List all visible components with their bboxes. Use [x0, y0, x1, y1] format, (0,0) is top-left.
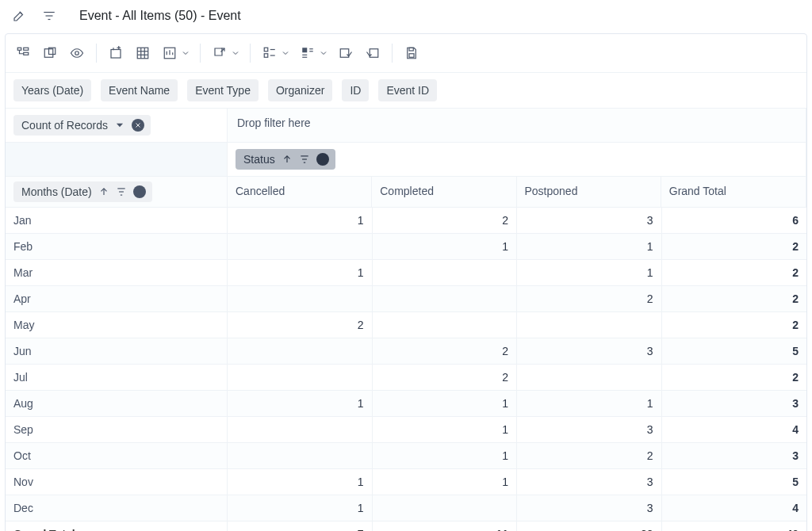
cell-value[interactable]: [373, 312, 518, 338]
cell-value[interactable]: 2: [662, 260, 807, 285]
filter-drop-area[interactable]: Drop filter here: [228, 109, 806, 143]
edit-icon[interactable]: [11, 8, 27, 24]
remove-icon[interactable]: [132, 119, 144, 132]
row-header[interactable]: Sep: [6, 417, 228, 442]
row-header[interactable]: Aug: [6, 391, 228, 416]
cell-value[interactable]: 2: [517, 443, 662, 468]
row-header[interactable]: Mar: [6, 260, 228, 285]
field-chip[interactable]: Years (Date): [13, 79, 91, 101]
column-header[interactable]: Grand Total: [661, 177, 806, 207]
chevron-down-icon[interactable]: [317, 47, 330, 59]
cell-value[interactable]: [228, 417, 373, 442]
field-chip[interactable]: Organizer: [268, 79, 332, 101]
cell-value[interactable]: [228, 443, 373, 468]
row-header[interactable]: Apr: [6, 286, 228, 311]
cell-value[interactable]: 3: [662, 443, 807, 468]
grid-icon[interactable]: [132, 42, 154, 64]
column-header[interactable]: Completed: [372, 177, 516, 207]
cell-value[interactable]: 1: [228, 208, 373, 233]
cell-value[interactable]: 2: [662, 312, 807, 338]
chevron-down-icon[interactable]: [279, 47, 292, 59]
row-header[interactable]: May: [6, 312, 228, 338]
column-header[interactable]: Cancelled: [228, 177, 372, 207]
cell-value[interactable]: 2: [517, 286, 662, 311]
cell-value[interactable]: 1: [228, 469, 373, 495]
cell-value[interactable]: 2: [662, 234, 807, 259]
cell-value[interactable]: 2: [373, 338, 518, 364]
cell-value[interactable]: [373, 286, 518, 311]
filter-icon[interactable]: [299, 154, 310, 165]
cell-value[interactable]: [373, 260, 518, 285]
cell-value[interactable]: 3: [517, 469, 662, 495]
remove-icon[interactable]: [316, 153, 329, 166]
cell-value[interactable]: 2: [373, 208, 518, 233]
cell-value[interactable]: 1: [517, 234, 662, 259]
row-header[interactable]: Oct: [6, 443, 228, 468]
grandtotal-menu[interactable]: [297, 42, 330, 64]
row-header[interactable]: Dec: [6, 495, 228, 521]
cell-value[interactable]: 1: [373, 417, 518, 442]
row-header[interactable]: Jun: [6, 338, 228, 364]
cell-value[interactable]: 1: [228, 260, 373, 285]
cell-value[interactable]: 5: [662, 469, 807, 495]
cell-value[interactable]: [228, 286, 373, 311]
cell-value[interactable]: 2: [662, 365, 807, 390]
chart-icon[interactable]: [159, 42, 181, 64]
values-axis-chip[interactable]: Count of Records: [13, 115, 151, 136]
subtotal-icon[interactable]: [259, 42, 281, 64]
cell-value[interactable]: 1: [373, 234, 518, 259]
cell-value[interactable]: 1: [228, 495, 373, 521]
add-field-icon[interactable]: [105, 42, 127, 64]
sort-asc-icon[interactable]: [98, 186, 109, 197]
cell-value[interactable]: 6: [662, 208, 807, 233]
remove-icon[interactable]: [133, 185, 146, 198]
field-chip[interactable]: Event ID: [378, 79, 437, 101]
cell-value[interactable]: 1: [373, 443, 518, 468]
tree-icon[interactable]: [12, 42, 34, 64]
cell-value[interactable]: [228, 234, 373, 259]
chart-menu[interactable]: [159, 42, 192, 64]
format-check-alt-icon[interactable]: [362, 42, 384, 64]
cell-value[interactable]: 3: [517, 208, 662, 233]
cell-value[interactable]: [517, 365, 662, 390]
cell-value[interactable]: 3: [517, 338, 662, 364]
cell-value[interactable]: [228, 338, 373, 364]
filter-icon[interactable]: [116, 186, 127, 197]
subtotal-menu[interactable]: [259, 42, 292, 64]
eye-icon[interactable]: [66, 42, 88, 64]
cell-value[interactable]: [228, 365, 373, 390]
cell-value[interactable]: 1: [373, 469, 518, 495]
panel-toggle-icon[interactable]: [39, 42, 61, 64]
row-header[interactable]: Feb: [6, 234, 228, 259]
cell-value[interactable]: 1: [373, 391, 518, 416]
caret-down-icon[interactable]: [114, 120, 125, 131]
chevron-down-icon[interactable]: [229, 47, 242, 59]
cell-value[interactable]: [373, 495, 518, 521]
cell-value[interactable]: 1: [517, 391, 662, 416]
field-chip[interactable]: ID: [342, 79, 369, 101]
filter-lines-icon[interactable]: [41, 8, 57, 24]
cell-value[interactable]: 4: [662, 495, 807, 521]
row-header[interactable]: Jan: [6, 208, 228, 233]
field-chip[interactable]: Event Type: [187, 79, 259, 101]
cell-value[interactable]: [517, 312, 662, 338]
cell-value[interactable]: 1: [517, 260, 662, 285]
cell-value[interactable]: 4: [662, 417, 807, 442]
cell-value[interactable]: 3: [517, 495, 662, 521]
rows-axis-chip[interactable]: Months (Date): [13, 181, 152, 202]
cell-value[interactable]: 2: [373, 365, 518, 390]
row-header[interactable]: Jul: [6, 365, 228, 390]
cell-value[interactable]: 3: [517, 417, 662, 442]
cell-value[interactable]: 1: [228, 391, 373, 416]
grandtotal-icon[interactable]: [297, 42, 319, 64]
sort-asc-icon[interactable]: [282, 154, 293, 165]
cell-value[interactable]: 2: [228, 312, 373, 338]
cell-value[interactable]: 3: [662, 391, 807, 416]
format-check-icon[interactable]: [335, 42, 357, 64]
columns-axis-chip[interactable]: Status: [236, 149, 335, 170]
cell-value[interactable]: 2: [662, 286, 807, 311]
save-icon[interactable]: [400, 42, 423, 64]
chevron-down-icon[interactable]: [179, 47, 192, 59]
cell-value[interactable]: 5: [662, 338, 807, 364]
row-header[interactable]: Nov: [6, 469, 228, 495]
